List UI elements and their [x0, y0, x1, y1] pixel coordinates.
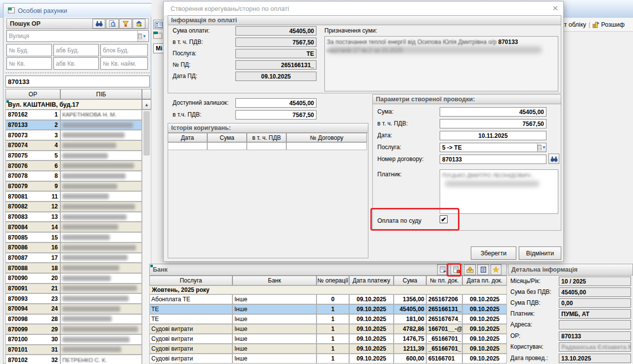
account-name-cell[interactable]: [60, 253, 142, 263]
search-field-row2-0[interactable]: № Кв.: [6, 57, 52, 70]
account-row[interactable]: 87009929: [5, 324, 60, 334]
accounts-group-row[interactable]: Вул. КАШТАНІВ, буд.17: [5, 99, 142, 110]
bank-cell-pay_date[interactable]: 09.10.2025: [349, 314, 394, 324]
params-service-combo[interactable]: 5 -> ТЕ ▼: [440, 143, 546, 152]
account-row[interactable]: 87008616: [5, 243, 60, 253]
bank-cell-doc_no[interactable]: 265167674_: [426, 314, 462, 324]
account-name-cell[interactable]: [60, 120, 142, 130]
payer-textarea[interactable]: ПУЦЬКО ДМИТРО ЛЕОНІДОВИЧ ;: [440, 169, 558, 214]
purpose-textarea[interactable]: За постачання теплої енергії від Осипова…: [324, 36, 558, 91]
bank-cell-pay_date[interactable]: 09.10.2025: [349, 324, 394, 334]
bank-cell-doc_no[interactable]: 65166701: [426, 354, 462, 364]
account-row[interactable]: 87008515: [5, 232, 60, 243]
account-name-cell[interactable]: [60, 334, 142, 345]
bank-cell-doc_date[interactable]: 09.10.2025: [462, 304, 507, 314]
bank-column-4[interactable]: Сума: [394, 276, 426, 285]
detail-value-field[interactable]: 870133: [559, 331, 631, 341]
detail-value-field[interactable]: 45405,00: [559, 287, 631, 297]
account-name-cell[interactable]: [60, 171, 142, 181]
bank-cell-pay_date[interactable]: 09.10.2025: [349, 294, 394, 304]
bank-cell-bank[interactable]: Інше: [232, 314, 316, 324]
account-row[interactable]: 8700799: [5, 181, 60, 192]
bank-cell-doc_date[interactable]: 09.10.2025: [462, 294, 507, 304]
payment-sum-field[interactable]: 45405,00: [235, 26, 316, 36]
account-name-cell[interactable]: [60, 345, 142, 355]
account-name-cell[interactable]: [60, 161, 142, 171]
bank-cell-sum[interactable]: 1211,39: [394, 344, 426, 354]
bank-cell-doc_no[interactable]: 265166131_: [426, 304, 462, 314]
account-row[interactable]: 8700733: [5, 130, 60, 140]
bank-month-group-row[interactable]: Жовтень, 2025 року: [149, 285, 507, 294]
account-row[interactable]: 8700755: [5, 151, 60, 161]
detail-value-field[interactable]: Радванська Єлізавета К: [559, 342, 631, 352]
binoculars-icon[interactable]: [92, 19, 105, 29]
detail-value-field[interactable]: 13.10.2025: [559, 354, 631, 363]
account-row[interactable]: 87008111: [5, 191, 60, 202]
history-column-2[interactable]: в т. ч. ПДВ: [247, 133, 286, 142]
decode-button[interactable]: Розшиф: [601, 21, 625, 28]
account-row[interactable]: 87009121: [5, 283, 60, 294]
bank-cell-pay_date[interactable]: 09.10.2025: [349, 334, 394, 344]
account-search-input[interactable]: 870133: [5, 76, 150, 87]
params-sum-field[interactable]: 45405,00: [440, 107, 546, 117]
export-up-icon[interactable]: [464, 264, 476, 275]
account-row[interactable]: 87008313: [5, 212, 60, 222]
bank-column-3[interactable]: Дата платежу: [349, 276, 394, 285]
street-dropdown-icon[interactable]: ▼: [137, 31, 146, 41]
account-row[interactable]: 8701621: [5, 110, 60, 120]
bank-cell-doc_no[interactable]: 265167206: [426, 294, 462, 304]
account-name-cell[interactable]: [60, 191, 142, 202]
column-header-op[interactable]: ОР: [5, 89, 60, 99]
balance-vat-field[interactable]: 7567,50: [235, 110, 316, 120]
save-button[interactable]: Зберегти: [471, 246, 516, 260]
bank-cell-service[interactable]: ТЕ: [149, 304, 232, 314]
bank-cell-sum[interactable]: 1356,00: [394, 294, 426, 304]
bank-cell-doc_no[interactable]: _65166701_: [426, 344, 462, 354]
account-row[interactable]: 87008212: [5, 202, 60, 212]
payment-service-field[interactable]: ТЕ: [235, 49, 316, 58]
account-row[interactable]: 87010030: [5, 334, 60, 345]
bank-cell-doc_date[interactable]: 09.10.2025: [462, 354, 507, 364]
account-row[interactable]: 87010131: [5, 345, 60, 355]
bank-cell-sum[interactable]: 600,00: [394, 354, 426, 364]
bank-column-6[interactable]: Дата пл. док.: [462, 276, 507, 285]
journal-icon[interactable]: [477, 264, 489, 275]
account-row[interactable]: 87009323: [5, 293, 60, 304]
search-field-row2-1[interactable]: абв Кв.: [53, 57, 99, 70]
history-column-3[interactable]: № Договору: [286, 133, 367, 142]
column-header-pib[interactable]: ПІБ: [60, 89, 142, 99]
account-row[interactable]: 8700744: [5, 140, 60, 151]
account-name-cell[interactable]: [60, 314, 142, 324]
bank-cell-bank[interactable]: Інше: [232, 344, 316, 354]
pd-number-field[interactable]: 265166131_: [235, 60, 316, 70]
search-field-row1-0[interactable]: № Буд.: [6, 44, 52, 56]
account-name-cell[interactable]: [60, 324, 142, 334]
account-name-cell[interactable]: [60, 243, 142, 253]
bank-cell-doc_date[interactable]: 09.10.2025: [462, 314, 507, 324]
account-name-cell[interactable]: ПЕТРЕНКО С. К.: [60, 355, 142, 364]
contract-search-binoculars-icon[interactable]: [548, 154, 559, 164]
export-home-icon[interactable]: [133, 19, 145, 29]
payment-vat-field[interactable]: 7567,50: [235, 38, 316, 47]
account-row[interactable]: 8700766: [5, 161, 60, 171]
account-name-cell[interactable]: [60, 202, 142, 212]
filter-clear-icon[interactable]: ✕: [119, 19, 132, 29]
bank-cell-doc_date[interactable]: 09.10.2025: [462, 334, 507, 344]
bank-cell-op_no[interactable]: 1: [316, 304, 349, 314]
street-input[interactable]: Вулиця ▼: [6, 30, 149, 42]
account-name-cell[interactable]: [60, 140, 142, 151]
cancel-button[interactable]: Відмінити: [519, 246, 561, 260]
scrollbar-thumb[interactable]: [143, 111, 150, 156]
account-row[interactable]: 87008414: [5, 222, 60, 232]
account-name-cell[interactable]: [60, 212, 142, 222]
detail-value-field[interactable]: 10 / 2025: [559, 277, 631, 286]
search-field-row2-2[interactable]: № Кв. найм.: [100, 57, 148, 70]
bank-cell-pay_date[interactable]: 09.10.2025: [349, 344, 394, 354]
account-name-cell[interactable]: [60, 232, 142, 243]
detail-value-field[interactable]: ПУМБ, АТ: [559, 309, 631, 319]
account-name-cell[interactable]: [60, 283, 142, 294]
account-name-cell[interactable]: [60, 304, 142, 314]
service-dropdown-icon[interactable]: ▼: [537, 143, 546, 152]
account-name-cell[interactable]: [60, 222, 142, 232]
account-name-cell[interactable]: [60, 293, 142, 304]
